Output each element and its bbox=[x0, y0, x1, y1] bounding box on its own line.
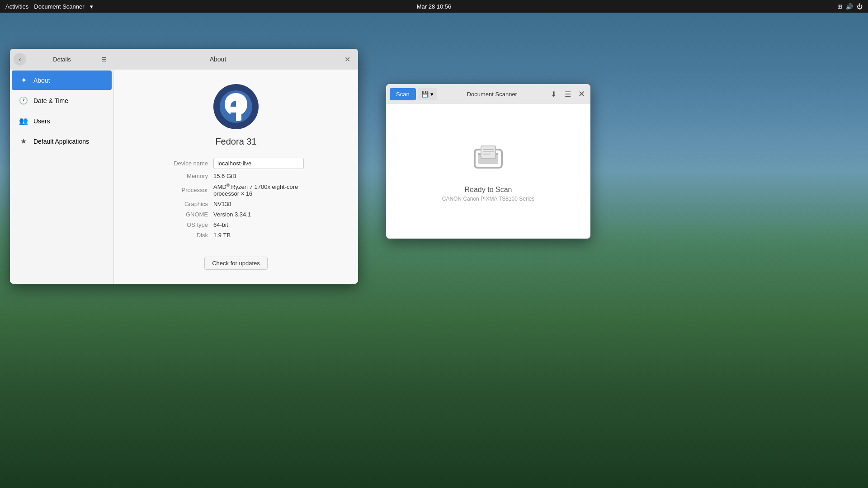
scanner-close-button[interactable]: ✕ bbox=[576, 89, 587, 99]
sidebar-about-label: About bbox=[33, 77, 50, 84]
settings-panel-title: Details bbox=[30, 56, 94, 63]
device-name-input[interactable] bbox=[213, 158, 304, 169]
sidebar-default-apps-label: Default Applications bbox=[33, 138, 89, 145]
sidebar-item-datetime[interactable]: 🕐 Date & Time bbox=[12, 91, 112, 110]
info-row-graphics: Graphics NV138 bbox=[159, 201, 313, 207]
scanner-menu-button[interactable]: ☰ bbox=[561, 88, 574, 100]
info-row-disk: Disk 1.9 TB bbox=[159, 232, 313, 239]
scanner-ready-text: Ready to Scan bbox=[465, 186, 512, 194]
settings-sidebar: ✦ About 🕐 Date & Time 👥 Users ★ Default … bbox=[10, 70, 114, 284]
app-dropdown-icon[interactable]: ▾ bbox=[90, 3, 93, 10]
scanner-window-title: Document Scanner bbox=[439, 91, 545, 98]
info-row-os-type: OS type 64-bit bbox=[159, 221, 313, 228]
tray-audio-icon[interactable]: 🔊 bbox=[846, 3, 853, 10]
default-apps-icon: ★ bbox=[19, 137, 28, 145]
fedora-logo bbox=[213, 84, 259, 129]
system-info-table: Device name Memory 15.6 GiB Processor AM… bbox=[159, 158, 313, 242]
tray-network-icon[interactable]: ⊞ bbox=[837, 3, 842, 10]
scanner-titlebar: Scan 💾 ▾ Document Scanner ⬇ ☰ ✕ bbox=[386, 84, 590, 104]
graphics-value: NV138 bbox=[213, 201, 231, 207]
sidebar-item-about[interactable]: ✦ About bbox=[12, 70, 112, 90]
info-row-device-name: Device name bbox=[159, 158, 313, 169]
memory-value: 15.6 GiB bbox=[213, 173, 236, 179]
settings-window: ‹ Details ☰ About ✕ ✦ About 🕐 Date & Tim… bbox=[10, 49, 358, 284]
topbar: Activities Document Scanner ▾ Mar 28 10:… bbox=[0, 0, 868, 13]
scanner-device-name: CANON Canon PIXMA TS8100 Series bbox=[442, 196, 535, 202]
settings-back-button[interactable]: ‹ bbox=[14, 53, 26, 66]
disk-value: 1.9 TB bbox=[213, 232, 231, 239]
device-name-label: Device name bbox=[159, 160, 213, 167]
info-row-memory: Memory 15.6 GiB bbox=[159, 173, 313, 179]
users-icon: 👥 bbox=[19, 117, 28, 125]
graphics-label: Graphics bbox=[159, 201, 213, 207]
scanner-body: Ready to Scan CANON Canon PIXMA TS8100 S… bbox=[386, 104, 590, 239]
settings-main-content: Fedora 31 Device name Memory 15.6 GiB Pr… bbox=[114, 70, 358, 284]
scanner-save-button[interactable]: 💾 ▾ bbox=[418, 88, 437, 100]
scan-button[interactable]: Scan bbox=[390, 88, 416, 100]
os-type-label: OS type bbox=[159, 221, 213, 228]
sidebar-item-default-apps[interactable]: ★ Default Applications bbox=[12, 131, 112, 151]
os-type-value: 64-bit bbox=[213, 221, 228, 228]
about-icon: ✦ bbox=[19, 76, 28, 84]
datetime-icon: 🕐 bbox=[19, 96, 28, 105]
settings-body: ✦ About 🕐 Date & Time 👥 Users ★ Default … bbox=[10, 70, 358, 284]
info-row-gnome: GNOME Version 3.34.1 bbox=[159, 211, 313, 218]
settings-titlebar: ‹ Details ☰ About ✕ bbox=[10, 49, 358, 70]
sidebar-item-users[interactable]: 👥 Users bbox=[12, 111, 112, 131]
check-updates-button[interactable]: Check for updates bbox=[204, 257, 268, 270]
processor-label: Processor bbox=[159, 187, 213, 193]
settings-menu-button[interactable]: ☰ bbox=[98, 53, 110, 66]
active-app-label[interactable]: Document Scanner bbox=[34, 3, 84, 10]
save-icon: 💾 bbox=[421, 91, 429, 98]
gnome-label: GNOME bbox=[159, 211, 213, 218]
settings-about-title: About bbox=[114, 56, 322, 63]
processor-value: AMD® Ryzen 7 1700x eight-core processor … bbox=[213, 183, 313, 197]
info-row-processor: Processor AMD® Ryzen 7 1700x eight-core … bbox=[159, 183, 313, 197]
settings-close-button[interactable]: ✕ bbox=[342, 54, 353, 65]
sidebar-datetime-label: Date & Time bbox=[33, 97, 68, 104]
disk-label: Disk bbox=[159, 232, 213, 239]
tray-power-icon[interactable]: ⏻ bbox=[857, 3, 863, 10]
scanner-download-button[interactable]: ⬇ bbox=[547, 88, 560, 100]
scanner-save-dropdown-icon: ▾ bbox=[430, 91, 434, 98]
scanner-ready-icon bbox=[470, 141, 506, 178]
gnome-value: Version 3.34.1 bbox=[213, 211, 251, 218]
topbar-datetime: Mar 28 10:56 bbox=[417, 3, 452, 10]
os-name: Fedora 31 bbox=[215, 136, 256, 147]
scanner-window: Scan 💾 ▾ Document Scanner ⬇ ☰ ✕ Ready to… bbox=[386, 84, 590, 239]
activities-button[interactable]: Activities bbox=[5, 3, 28, 10]
memory-label: Memory bbox=[159, 173, 213, 179]
sidebar-users-label: Users bbox=[33, 117, 50, 125]
